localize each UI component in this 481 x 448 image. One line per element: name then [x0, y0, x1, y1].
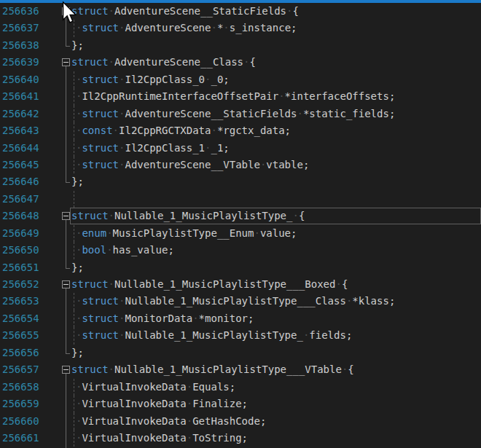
code-text: struct·Nullable_1_MusicPlaylistType___Bo… — [71, 276, 481, 293]
indent-guide — [74, 20, 74, 36]
fold-scope-line — [66, 378, 66, 396]
fold-scope-line — [66, 412, 66, 431]
line-number[interactable]: 256654 — [0, 310, 61, 327]
line-number[interactable]: 256649 — [0, 225, 61, 242]
identifier-token: has_value; — [113, 244, 174, 256]
code-text: ·struct·MonitorData·*monitor; — [71, 310, 481, 327]
line-number[interactable]: 256660 — [0, 413, 61, 430]
line-number[interactable]: 256646 — [0, 173, 61, 190]
line-number[interactable]: 256653 — [0, 293, 61, 310]
identifier-token: fields; — [309, 329, 352, 341]
fold-collapse-icon[interactable] — [62, 7, 70, 15]
keyword-token: struct — [82, 159, 119, 170]
keyword-token: struct — [82, 74, 119, 85]
code-line[interactable]: 256659·VirtualInvokeData·Finalize; — [0, 396, 481, 412]
code-line[interactable]: 256651}; — [0, 259, 481, 276]
fold-margin — [61, 259, 71, 276]
code-line[interactable]: 256636struct·AdventureScene__StaticField… — [0, 3, 481, 20]
fold-collapse-icon[interactable] — [62, 280, 70, 288]
code-line[interactable]: 256646}; — [0, 173, 481, 190]
code-line[interactable]: 256649·enum·MusicPlaylistType__Enum·valu… — [0, 225, 481, 242]
line-number[interactable]: 256643 — [0, 122, 61, 139]
line-number[interactable]: 256638 — [0, 37, 61, 54]
fold-collapse-icon[interactable] — [62, 58, 70, 66]
code-line[interactable]: 256639struct·AdventureScene__Class·{ — [0, 54, 481, 71]
whitespace-dot: · — [109, 278, 114, 290]
code-line[interactable]: 256657struct·Nullable_1_MusicPlaylistTyp… — [0, 361, 481, 378]
code-text: struct·AdventureScene__StaticFields·{ — [71, 3, 481, 20]
line-number[interactable]: 256655 — [0, 327, 61, 344]
code-line[interactable]: 256642·struct·AdventureScene__StaticFiel… — [0, 106, 481, 122]
code-line[interactable]: 256647 — [0, 191, 481, 208]
indent-guide — [74, 327, 74, 344]
identifier-token: *klass; — [352, 295, 395, 307]
line-number[interactable]: 256641 — [0, 88, 61, 105]
identifier-token: { — [342, 278, 348, 290]
code-line[interactable]: 256654·struct·MonitorData·*monitor; — [0, 310, 481, 327]
code-text: ·struct·AdventureScene__StaticFields·*st… — [71, 106, 481, 122]
code-line[interactable]: 256645·struct·AdventureScene__VTable·vta… — [0, 157, 481, 173]
line-number[interactable]: 256637 — [0, 20, 61, 36]
line-number[interactable]: 256640 — [0, 71, 61, 88]
code-editor[interactable]: 256636struct·AdventureScene__StaticField… — [0, 3, 481, 448]
line-number[interactable]: 256645 — [0, 157, 61, 173]
identifier-token: *static_fields; — [303, 108, 395, 119]
code-line[interactable]: 256656}; — [0, 345, 481, 361]
code-line[interactable]: 256658·VirtualInvokeData·Equals; — [0, 379, 481, 396]
line-number[interactable]: 256648 — [0, 208, 61, 224]
fold-margin — [61, 191, 71, 208]
code-line[interactable]: 256650·bool·has_value; — [0, 242, 481, 259]
code-line[interactable]: 256640·struct·Il2CppClass_0·_0; — [0, 71, 481, 88]
line-number[interactable]: 256661 — [0, 430, 61, 447]
line-number[interactable]: 256642 — [0, 106, 61, 122]
indent-guide — [74, 191, 74, 208]
fold-scope-line — [66, 395, 66, 413]
code-text: }; — [71, 259, 481, 276]
code-line[interactable]: 256643·const·Il2CppRGCTXData·*rgctx_data… — [0, 122, 481, 139]
line-number[interactable]: 256644 — [0, 140, 61, 157]
line-number[interactable]: 256636 — [0, 3, 61, 20]
line-number[interactable]: 256657 — [0, 361, 61, 378]
line-number[interactable]: 256659 — [0, 396, 61, 412]
whitespace-dot: · — [187, 381, 192, 393]
identifier-token: { — [348, 363, 353, 375]
line-number[interactable]: 256639 — [0, 54, 61, 71]
code-line[interactable]: 256655·struct·Nullable_1_MusicPlaylistTy… — [0, 327, 481, 344]
identifier-token: _0; — [211, 74, 229, 85]
fold-margin — [61, 276, 71, 293]
fold-collapse-icon[interactable] — [62, 212, 70, 220]
fold-scope-end-corner — [66, 259, 70, 269]
identifier-token: }; — [71, 39, 84, 51]
fold-scope-end-corner — [66, 36, 70, 47]
keyword-token: struct — [71, 363, 109, 375]
fold-margin — [61, 396, 71, 412]
indent-guide — [74, 122, 74, 139]
fold-margin — [61, 88, 71, 105]
fold-margin — [61, 293, 71, 310]
line-number[interactable]: 256652 — [0, 276, 61, 293]
keyword-token: struct — [71, 56, 109, 68]
line-number[interactable]: 256656 — [0, 345, 61, 361]
code-line[interactable]: 256648struct·Nullable_1_MusicPlaylistTyp… — [0, 208, 481, 224]
fold-collapse-icon[interactable] — [62, 366, 70, 374]
identifier-token: Nullable_1_MusicPlaylistType___Boxed — [114, 278, 335, 290]
code-text: ·struct·AdventureScene__VTable·vtable; — [71, 157, 481, 173]
code-line[interactable]: 256638}; — [0, 37, 481, 54]
line-number[interactable]: 256647 — [0, 191, 61, 208]
fold-margin — [61, 20, 71, 36]
identifier-token: *interfaceOffsets; — [285, 90, 396, 102]
code-line[interactable]: 256660·VirtualInvokeData·GetHashCode; — [0, 413, 481, 430]
code-line[interactable]: 256661·VirtualInvokeData·ToString; — [0, 430, 481, 447]
code-line[interactable]: 256637·struct·AdventureScene·*·s_instanc… — [0, 20, 481, 36]
code-line[interactable]: 256641·Il2CppRuntimeInterfaceOffsetPair·… — [0, 88, 481, 105]
line-number[interactable]: 256651 — [0, 259, 61, 276]
code-line[interactable]: 256652struct·Nullable_1_MusicPlaylistTyp… — [0, 276, 481, 293]
code-line[interactable]: 256644·struct·Il2CppClass_1·_1; — [0, 140, 481, 157]
fold-margin — [61, 37, 71, 54]
line-number[interactable]: 256658 — [0, 379, 61, 396]
line-number[interactable]: 256650 — [0, 242, 61, 259]
fold-scope-line — [66, 310, 66, 328]
identifier-token: _1; — [211, 142, 229, 154]
code-line[interactable]: 256653·struct·Nullable_1_MusicPlaylistTy… — [0, 293, 481, 310]
identifier-token: AdventureScene — [125, 22, 211, 34]
